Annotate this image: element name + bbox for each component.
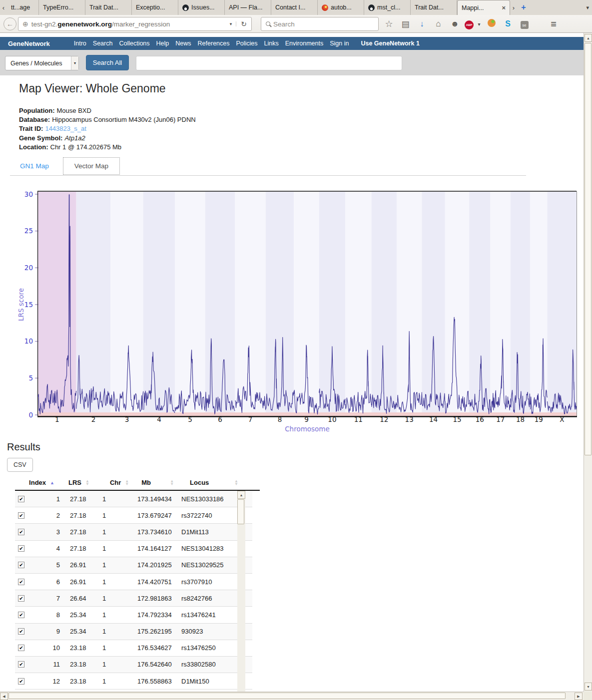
chevron-down-icon[interactable]: ▾ — [71, 56, 78, 70]
column-label: Mb — [141, 479, 151, 486]
page-vertical-scrollbar[interactable]: ▲ ▼ — [584, 33, 592, 692]
url-bar[interactable]: ⊕ test-gn2.genenetwork.org/marker_regres… — [18, 17, 252, 31]
row-checkbox[interactable]: ✔ — [18, 512, 24, 519]
row-checkbox[interactable]: ✔ — [18, 612, 24, 618]
nav-item-sign-in[interactable]: Sign in — [330, 40, 349, 47]
row-checkbox[interactable]: ✔ — [18, 562, 24, 568]
browser-tab[interactable]: Exceptio... — [132, 0, 178, 15]
nav-item-links[interactable]: Links — [264, 40, 279, 47]
global-search-input[interactable] — [136, 56, 402, 70]
tab-close-icon[interactable]: × — [502, 4, 506, 11]
table-scrollbar[interactable]: ▲ — [237, 491, 245, 692]
page-horizontal-scrollbar[interactable]: ◀ ▶ — [0, 692, 584, 700]
tab-label: Issues... — [191, 4, 215, 11]
csv-export-button[interactable]: CSV — [7, 458, 33, 472]
tab-list-caret-icon[interactable]: ▾ — [586, 0, 589, 15]
back-button[interactable]: ← — [3, 17, 16, 30]
column-header-locus[interactable]: Locus▲▼ — [190, 479, 238, 486]
table-scrollbar-thumb[interactable] — [237, 499, 244, 524]
cell-mb: 176.558863 — [137, 678, 181, 685]
column-header-lrs[interactable]: LRS▲▼ — [68, 479, 89, 486]
tab-vector-map[interactable]: Vector Map — [63, 157, 120, 175]
nav-item-environments[interactable]: Environments — [285, 40, 323, 47]
browser-search-box[interactable] — [261, 17, 379, 31]
browser-tab[interactable]: Trait Dat... — [85, 0, 132, 15]
browser-tab[interactable]: Mappi...× — [457, 0, 510, 15]
row-checkbox[interactable]: ✔ — [18, 496, 24, 502]
column-label: LRS — [68, 479, 81, 486]
menu-icon[interactable]: ≡ — [544, 18, 564, 30]
browser-tab[interactable]: API — Fla... — [225, 0, 271, 15]
github-icon — [182, 4, 189, 11]
row-checkbox[interactable]: ✔ — [18, 529, 24, 535]
tab-gn1-map[interactable]: GN1 Map — [20, 162, 49, 170]
chat-icon[interactable]: ☻ — [447, 19, 463, 28]
scroll-right-icon[interactable]: ▶ — [575, 693, 583, 700]
url-history-dropdown-icon[interactable]: ▾ — [226, 21, 237, 26]
cell-chr: 1 — [102, 595, 137, 602]
tab-scroll-right-icon[interactable]: › — [510, 0, 517, 15]
new-tab-icon[interactable]: + — [517, 0, 530, 15]
row-checkbox[interactable]: ✔ — [18, 545, 24, 552]
cell-index: 6 — [24, 578, 60, 586]
horizontal-scrollbar-thumb[interactable] — [8, 693, 566, 699]
browser-search-input[interactable] — [273, 20, 378, 28]
row-checkbox[interactable]: ✔ — [18, 661, 24, 668]
tab-label: Trait Dat... — [89, 4, 118, 11]
browser-tab[interactable]: Trait Dat... — [411, 0, 457, 15]
tab-label: tt...age — [11, 4, 30, 11]
site-identity-globe-icon[interactable]: ⊕ — [22, 20, 28, 28]
skype-icon[interactable]: S — [500, 19, 516, 28]
trait-id-link[interactable]: 1443823_s_at — [45, 125, 86, 132]
chart-svg: 12345678910111213141516171819X0510152025… — [0, 190, 584, 440]
row-checkbox[interactable]: ✔ — [18, 579, 24, 585]
browser-tab[interactable]: TypeErro... — [39, 0, 85, 15]
browser-tab[interactable]: mst_cl... — [364, 0, 411, 15]
nav-item-help[interactable]: Help — [156, 40, 169, 47]
addon-icon[interactable] — [483, 19, 500, 29]
nav-item-intro[interactable]: Intro — [74, 40, 86, 47]
column-header-mb[interactable]: Mb▲▼ — [141, 479, 174, 486]
y-axis-title: LRS score — [17, 288, 25, 321]
column-header-chr[interactable]: Chr▲▼ — [110, 479, 129, 486]
scroll-left-icon[interactable]: ◀ — [0, 693, 8, 700]
row-checkbox[interactable]: ✔ — [18, 678, 24, 685]
nav-item-collections[interactable]: Collections — [119, 40, 149, 47]
nav-item-news[interactable]: News — [175, 40, 191, 47]
bookmark-star-icon[interactable]: ☆ — [381, 18, 397, 29]
row-checkbox[interactable]: ✔ — [18, 595, 24, 602]
nav-item-policies[interactable]: Policies — [236, 40, 258, 47]
screenshot-icon[interactable]: se — [516, 19, 533, 29]
search-all-button[interactable]: Search All — [86, 55, 129, 70]
column-header-index[interactable]: Index▲ — [29, 479, 54, 486]
nav-item-references[interactable]: References — [198, 40, 230, 47]
home-icon[interactable]: ⌂ — [430, 19, 447, 29]
cell-mb: 172.981863 — [137, 595, 181, 602]
row-checkbox[interactable]: ✔ — [18, 645, 24, 651]
vertical-scrollbar-thumb[interactable] — [585, 43, 592, 455]
adblock-caret-icon[interactable]: ▾ — [475, 21, 483, 27]
scroll-down-icon[interactable]: ▼ — [585, 683, 592, 691]
downloads-icon[interactable]: ↓ — [414, 19, 430, 28]
cell-chr: 1 — [102, 528, 137, 536]
adblock-icon-badge: ABP — [465, 20, 474, 29]
cell-mb: 174.420751 — [137, 578, 181, 586]
search-category-select[interactable]: Genes / Molecules ▾ — [5, 56, 79, 70]
reload-icon[interactable]: ↻ — [236, 20, 251, 28]
browser-tab[interactable]: tt...age — [7, 0, 39, 15]
table-scroll-up-icon[interactable]: ▲ — [237, 491, 245, 499]
nav-item-search[interactable]: Search — [93, 40, 113, 47]
tab-label: API — Fla... — [229, 4, 262, 11]
browser-tab[interactable]: Contact I... — [271, 0, 318, 15]
row-checkbox[interactable]: ✔ — [18, 628, 24, 635]
cell-mb: 175.262195 — [137, 628, 181, 635]
browser-tab[interactable]: Issues... — [178, 0, 225, 15]
site-brand[interactable]: GeneNetwork — [8, 40, 50, 47]
use-genenetwork1-link[interactable]: Use GeneNetwork 1 — [361, 40, 419, 47]
scroll-up-icon[interactable]: ▲ — [585, 34, 592, 42]
reading-list-icon[interactable]: ▤ — [397, 19, 414, 29]
adblock-icon[interactable]: ABP — [463, 18, 475, 29]
browser-tab[interactable]: autob... — [318, 0, 364, 15]
tab-label: Mappi... — [462, 4, 484, 11]
tab-scroll-left-icon[interactable]: ‹ — [0, 0, 7, 15]
